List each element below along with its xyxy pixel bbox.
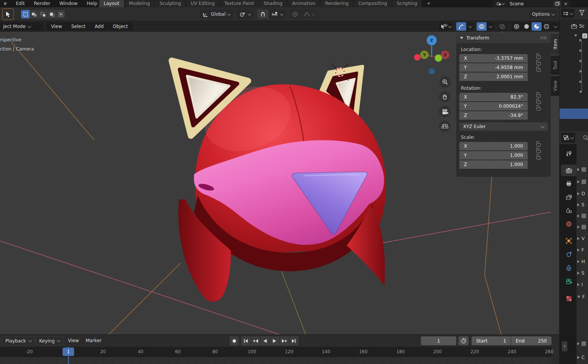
- expand-icon[interactable]: [577, 226, 580, 229]
- workspace-tab-scripting[interactable]: Scripting: [392, 0, 422, 7]
- prev-keyframe-button[interactable]: [251, 336, 260, 346]
- panel-row[interactable]: I: [577, 281, 583, 288]
- viewport-menu-object[interactable]: Object: [109, 22, 131, 31]
- options-dropdown[interactable]: Options: [529, 10, 557, 19]
- jump-to-end-button[interactable]: [289, 336, 298, 346]
- workspace-tab-uv-editing[interactable]: UV Editing: [186, 0, 219, 7]
- gizmo-z-axis[interactable]: Z: [427, 35, 437, 45]
- next-keyframe-button[interactable]: [280, 336, 289, 346]
- panel-row[interactable]: [577, 212, 588, 220]
- play-reverse-button[interactable]: [260, 336, 270, 346]
- workspace-tab-rendering[interactable]: Rendering: [320, 0, 353, 7]
- use-preview-range-button[interactable]: [459, 336, 469, 345]
- toggle-ortho-button[interactable]: [439, 120, 451, 132]
- scene-properties-tab[interactable]: [561, 205, 576, 216]
- lock-scale-x-icon[interactable]: [537, 143, 541, 147]
- panel-row[interactable]: D: [577, 190, 585, 198]
- object-row[interactable]: [560, 67, 588, 76]
- rotation-x-field[interactable]: X82.3°: [459, 93, 528, 101]
- physics-properties-tab[interactable]: [561, 249, 576, 260]
- gizmo-x-axis[interactable]: X: [441, 51, 449, 59]
- panel-row[interactable]: V: [577, 235, 585, 242]
- panel-row[interactable]: [577, 223, 588, 231]
- select-box-subtract-button[interactable]: [39, 10, 47, 18]
- select-box-new-button[interactable]: [21, 10, 30, 18]
- camera-view-button[interactable]: [439, 106, 451, 117]
- lock-scale-z-icon[interactable]: [537, 156, 541, 160]
- object-row[interactable]: [560, 46, 588, 55]
- expand-icon[interactable]: [577, 249, 580, 252]
- scene-name[interactable]: Scene: [507, 1, 553, 7]
- transform-orientation-dropdown[interactable]: Global: [200, 10, 233, 19]
- select-box-extend-button[interactable]: [30, 10, 38, 18]
- expand-icon[interactable]: [577, 168, 580, 171]
- transform-panel-header[interactable]: Transform: [456, 33, 551, 43]
- gizmo-x-neg-axis[interactable]: [414, 54, 421, 61]
- menu-edit[interactable]: Edit: [12, 0, 28, 7]
- object-row[interactable]: [560, 77, 588, 86]
- workspace-tab-modeling[interactable]: Modeling: [124, 0, 155, 7]
- overlays-settings-dropdown[interactable]: [487, 22, 494, 31]
- scale-x-field[interactable]: X1.000: [459, 142, 528, 150]
- proportional-editing-toggle[interactable]: [290, 10, 301, 19]
- expand-icon[interactable]: [577, 192, 580, 195]
- expand-icon[interactable]: [580, 39, 582, 42]
- keying-dropdown[interactable]: Keying: [35, 336, 64, 345]
- panel-checkbox[interactable]: [581, 341, 586, 346]
- gizmo-y-neg-axis[interactable]: [435, 54, 442, 62]
- rotation-mode-dropdown[interactable]: XYZ Euler: [459, 122, 548, 131]
- zoom-button[interactable]: [439, 76, 451, 88]
- lock-rotation-x-icon[interactable]: [537, 94, 541, 97]
- panel-row[interactable]: S: [577, 201, 585, 209]
- viewport-menu-select[interactable]: Select: [68, 22, 89, 31]
- expand-icon[interactable]: [577, 342, 580, 345]
- rotation-z-field[interactable]: Z-34.9°: [459, 111, 528, 120]
- expand-icon[interactable]: [580, 70, 582, 73]
- scale-y-field[interactable]: Y1.000: [459, 151, 528, 160]
- menu-render[interactable]: Render: [30, 0, 54, 7]
- timeline-track[interactable]: [0, 357, 552, 364]
- panel-checkbox[interactable]: [581, 180, 586, 184]
- location-x-field[interactable]: X-3.3757 mm: [459, 54, 528, 63]
- gizmo-settings-dropdown[interactable]: [466, 22, 474, 31]
- panel-checkbox[interactable]: [581, 225, 586, 229]
- output-properties-tab[interactable]: [561, 178, 576, 189]
- rotation-y-field[interactable]: Y0.000024°: [459, 102, 528, 110]
- location-y-field[interactable]: Y-4.9558 mm: [459, 63, 528, 72]
- object-row[interactable]: [560, 36, 588, 45]
- selected-object-row[interactable]: [560, 109, 588, 119]
- menu-file[interactable]: e: [0, 0, 10, 7]
- object-row[interactable]: [560, 87, 588, 97]
- scene-collection-row[interactable]: Sc: [560, 21, 588, 31]
- current-frame-badge[interactable]: 1: [63, 348, 74, 356]
- timeline-ruler[interactable]: -20 20 40 60 80 100 120 140 160 180 200 …: [0, 347, 552, 357]
- render-properties-tab[interactable]: [561, 165, 576, 176]
- expand-icon[interactable]: [580, 80, 582, 83]
- proportional-falloff-dropdown[interactable]: [301, 10, 318, 19]
- view-layer-properties-tab[interactable]: [561, 191, 576, 203]
- show-gizmo-toggle[interactable]: [456, 22, 466, 31]
- panel-row[interactable]: [577, 178, 588, 186]
- expand-icon[interactable]: [577, 260, 580, 263]
- shading-solid-button[interactable]: [522, 22, 532, 31]
- panel-checkbox[interactable]: [581, 167, 586, 172]
- panel-row[interactable]: H: [577, 258, 585, 265]
- object-data-properties-tab[interactable]: [561, 275, 576, 287]
- menu-window[interactable]: Window: [56, 0, 81, 7]
- lock-location-x-icon[interactable]: [537, 56, 541, 59]
- new-scene-button[interactable]: [553, 1, 561, 7]
- expand-icon[interactable]: [580, 59, 582, 63]
- sidebar-tab-view[interactable]: View: [551, 76, 559, 96]
- location-z-field[interactable]: Z2.0001 mm: [459, 72, 528, 81]
- current-frame-field[interactable]: 1: [421, 336, 456, 345]
- snap-settings-dropdown[interactable]: [269, 10, 286, 19]
- xray-toggle[interactable]: [498, 22, 507, 31]
- workspace-tab-sculpting[interactable]: Sculpting: [155, 0, 186, 7]
- expand-icon[interactable]: [577, 203, 580, 206]
- snap-toggle-button[interactable]: [257, 10, 268, 19]
- panel-checkbox[interactable]: [581, 214, 586, 218]
- gizmo-z-neg-axis[interactable]: [429, 68, 435, 74]
- search-icon[interactable]: [583, 135, 588, 141]
- expand-icon[interactable]: [580, 49, 582, 52]
- viewport-menu-add[interactable]: Add: [91, 22, 107, 31]
